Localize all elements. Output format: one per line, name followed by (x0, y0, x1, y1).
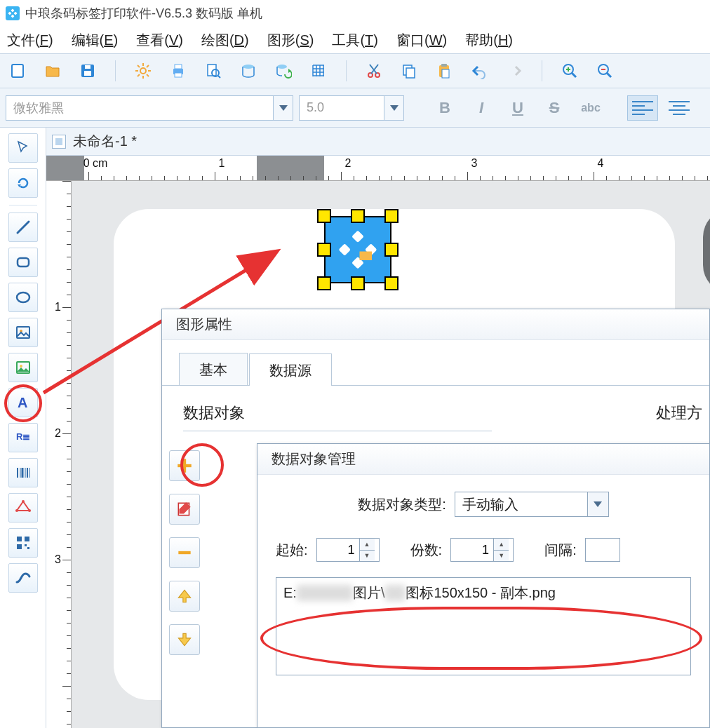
svg-rect-74 (17, 544, 22, 549)
svg-rect-91 (178, 551, 190, 554)
line-tool[interactable] (8, 213, 38, 242)
strike-button[interactable]: S (539, 95, 570, 121)
save-icon[interactable] (77, 60, 98, 81)
menu-tool[interactable]: 工具(T) (332, 31, 378, 50)
spin-up-icon[interactable]: ▲ (494, 539, 509, 551)
barcode-tool[interactable] (8, 458, 38, 487)
pointer-tool[interactable] (8, 133, 38, 163)
database-refresh-icon[interactable] (273, 60, 294, 81)
menu-file[interactable]: 文件(F) (7, 31, 53, 50)
underline-button[interactable]: U (502, 95, 533, 121)
resize-handle[interactable] (351, 209, 365, 223)
settings-icon[interactable] (133, 60, 154, 81)
curve-tool[interactable] (8, 563, 38, 593)
app-icon (6, 6, 20, 20)
font-combo[interactable]: 微软雅黑 (6, 95, 293, 121)
fontsize-value: 5.0 (300, 100, 384, 115)
chevron-down-icon[interactable] (587, 492, 608, 516)
align-center-button[interactable] (664, 95, 695, 121)
svg-rect-81 (360, 252, 373, 261)
svg-marker-93 (178, 633, 190, 645)
copies-input[interactable] (451, 539, 493, 561)
bold-button[interactable]: B (429, 95, 460, 121)
svg-point-59 (20, 365, 22, 368)
resize-handle[interactable] (351, 276, 365, 290)
svg-line-53 (18, 222, 29, 233)
qrcode-tool[interactable] (8, 528, 38, 558)
chevron-down-icon[interactable] (384, 96, 403, 120)
resize-handle[interactable] (384, 243, 398, 257)
move-down-button[interactable] (169, 624, 200, 655)
image-tool[interactable] (8, 318, 38, 347)
svg-rect-6 (84, 71, 91, 76)
tab-basic[interactable]: 基本 (179, 353, 248, 385)
menu-window[interactable]: 窗口(W) (396, 31, 447, 50)
start-spinner[interactable]: ▲▼ (316, 538, 380, 562)
align-left-button[interactable] (627, 95, 658, 121)
chevron-down-icon[interactable] (273, 96, 293, 120)
zoom-in-icon[interactable] (559, 60, 580, 81)
redo-icon[interactable] (504, 60, 525, 81)
grid-icon[interactable] (308, 60, 329, 81)
type-label: 数据对象类型: (358, 495, 446, 514)
start-input[interactable] (317, 539, 359, 561)
spin-down-icon[interactable]: ▼ (360, 551, 375, 562)
zoom-out-icon[interactable] (594, 60, 615, 81)
svg-rect-19 (175, 73, 182, 77)
gap-input[interactable] (586, 539, 619, 561)
spin-down-icon[interactable]: ▼ (494, 551, 509, 562)
remove-data-object-button[interactable] (169, 537, 200, 568)
document-tab[interactable]: 未命名-1 * (46, 128, 710, 156)
type-select[interactable]: 手动输入 (455, 492, 609, 517)
open-file-icon[interactable] (42, 60, 63, 81)
spin-up-icon[interactable]: ▲ (360, 539, 375, 551)
format-toolbar: 微软雅黑 5.0 B I U S abc (0, 88, 710, 128)
selected-image-object[interactable] (324, 216, 391, 283)
menu-view[interactable]: 查看(V) (136, 31, 183, 50)
image-color-tool[interactable] (8, 353, 38, 382)
type-value: 手动输入 (455, 495, 587, 514)
richtext-tool[interactable]: R≣ (8, 423, 38, 452)
menu-edit[interactable]: 编辑(E) (72, 31, 119, 50)
copies-spinner[interactable]: ▲▼ (450, 538, 514, 562)
edit-data-object-button[interactable] (169, 494, 200, 525)
print-icon[interactable] (168, 60, 189, 81)
resize-handle[interactable] (317, 243, 331, 257)
resize-handle[interactable] (384, 209, 398, 223)
add-data-object-button[interactable] (169, 450, 200, 481)
svg-point-55 (17, 292, 29, 302)
undo-icon[interactable] (469, 60, 490, 81)
svg-rect-3 (11, 15, 15, 18)
menu-draw[interactable]: 绘图(D) (201, 31, 249, 50)
roundrect-tool[interactable] (8, 248, 38, 277)
redacted: xxx (384, 585, 406, 601)
dialog-title-bar[interactable]: 数据对象管理 (257, 444, 709, 475)
cut-icon[interactable] (363, 60, 384, 81)
horizontal-ruler: 0 cm 1 2 3 4 (46, 156, 710, 181)
menu-shape[interactable]: 图形(S) (267, 31, 314, 50)
italic-button[interactable]: I (466, 95, 497, 121)
resize-handle[interactable] (317, 276, 331, 290)
menu-help[interactable]: 帮助(H) (465, 31, 513, 50)
fontsize-combo[interactable]: 5.0 (299, 95, 404, 121)
ellipse-tool[interactable] (8, 283, 38, 312)
dialog-title-bar[interactable]: 图形属性 (162, 309, 709, 340)
title-bar: 中琅条码标签打印软件-V6.5.3 数码版 单机 (0, 0, 710, 27)
resize-handle[interactable] (317, 209, 331, 223)
text-tool[interactable]: A (8, 388, 38, 417)
separator (542, 60, 542, 81)
database-icon[interactable] (238, 60, 259, 81)
abc-button[interactable]: abc (575, 95, 606, 121)
resize-handle[interactable] (384, 276, 398, 290)
move-up-button[interactable] (169, 581, 200, 612)
gap-spinner[interactable] (585, 538, 620, 562)
preview-icon[interactable] (203, 60, 224, 81)
paste-icon[interactable] (434, 60, 455, 81)
path-textbox[interactable]: E:xxxxxxxx图片\xxx图标150x150 - 副本.png (276, 577, 691, 675)
data-object-manage-dialog: 数据对象管理 数据对象类型: 手动输入 起始: ▲▼ 份数: ▲▼ 间隔: E:… (257, 443, 710, 728)
polygon-tool[interactable] (8, 493, 38, 523)
new-file-icon[interactable] (7, 60, 28, 81)
copy-icon[interactable] (398, 60, 420, 81)
tab-datasource[interactable]: 数据源 (249, 353, 332, 386)
rotate-tool[interactable] (8, 168, 38, 198)
